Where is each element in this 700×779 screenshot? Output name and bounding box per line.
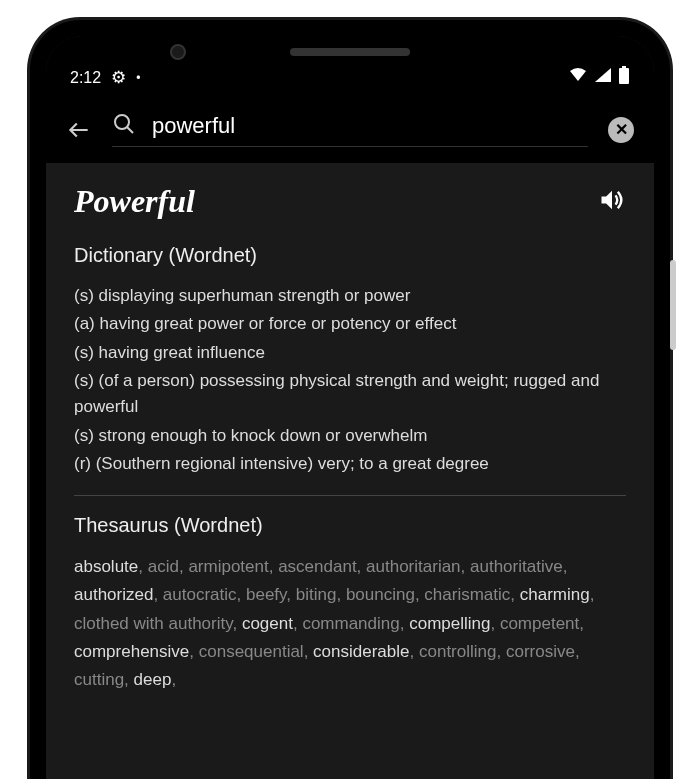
svg-rect-1 [619,68,629,84]
separator: , [510,585,519,604]
wifi-icon [568,67,588,87]
thesaurus-word[interactable]: consequential [199,642,304,661]
definition-item: (s) displaying superhuman strength or po… [74,283,626,309]
signal-icon [594,67,612,87]
separator: , [590,585,595,604]
thesaurus-list: absolute, acid, armipotent, ascendant, a… [74,553,626,693]
separator: , [496,642,505,661]
status-dot: • [136,71,140,85]
svg-point-2 [115,115,129,129]
thesaurus-heading: Thesaurus (Wordnet) [74,514,626,537]
thesaurus-word[interactable]: absolute [74,557,138,576]
search-input-wrap [112,112,588,147]
thesaurus-word[interactable]: controlling [419,642,497,661]
separator: , [237,585,246,604]
separator: , [461,557,470,576]
thesaurus-word[interactable]: beefy [246,585,286,604]
thesaurus-word[interactable]: clothed with authority [74,614,232,633]
separator: , [153,585,162,604]
content-area: Powerful Dictionary (Wordnet) (s) displa… [46,163,654,714]
search-bar: ✕ [46,96,654,163]
gear-icon: ⚙ [111,67,126,88]
status-right [568,66,630,88]
status-left: 2:12 ⚙ • [70,67,140,88]
separator: , [293,614,302,633]
title-row: Powerful [74,183,626,220]
phone-frame: 2:12 ⚙ • [30,20,670,779]
thesaurus-word[interactable]: authorized [74,585,153,604]
back-button[interactable] [66,117,92,143]
divider [74,495,626,496]
status-bar: 2:12 ⚙ • [46,36,654,96]
phone-speaker-notch [290,48,410,56]
thesaurus-word[interactable]: corrosive [506,642,575,661]
word-title: Powerful [74,183,195,220]
thesaurus-word[interactable]: comprehensive [74,642,189,661]
thesaurus-word[interactable]: cutting [74,670,124,689]
thesaurus-word[interactable]: competent [500,614,579,633]
separator: , [579,614,584,633]
clear-button[interactable]: ✕ [608,117,634,143]
thesaurus-word[interactable]: bouncing [346,585,415,604]
thesaurus-word[interactable]: commanding [302,614,399,633]
separator: , [357,557,366,576]
thesaurus-word[interactable]: biting [296,585,337,604]
thesaurus-word[interactable]: charismatic [424,585,510,604]
status-time: 2:12 [70,69,101,87]
separator: , [575,642,580,661]
separator: , [138,557,147,576]
definition-item: (a) having great power or force or poten… [74,311,626,337]
separator: , [189,642,198,661]
separator: , [179,557,188,576]
thesaurus-word[interactable]: authoritarian [366,557,461,576]
thesaurus-word[interactable]: ascendant [278,557,356,576]
separator: , [124,670,133,689]
separator: , [410,642,419,661]
separator: , [304,642,313,661]
thesaurus-word[interactable]: compelling [409,614,490,633]
separator: , [400,614,409,633]
phone-screen: 2:12 ⚙ • [46,36,654,779]
separator: , [232,614,241,633]
thesaurus-word[interactable]: armipotent [188,557,268,576]
thesaurus-word[interactable]: cogent [242,614,293,633]
separator: , [336,585,345,604]
separator: , [286,585,295,604]
svg-rect-0 [622,66,626,68]
thesaurus-word[interactable]: deep [134,670,172,689]
thesaurus-word[interactable]: authoritative [470,557,563,576]
speaker-button[interactable] [598,186,626,218]
separator: , [490,614,499,633]
definition-item: (s) (of a person) possessing physical st… [74,368,626,421]
svg-line-3 [127,127,133,133]
separator: , [415,585,424,604]
dictionary-heading: Dictionary (Wordnet) [74,244,626,267]
separator: , [563,557,568,576]
thesaurus-word[interactable]: considerable [313,642,409,661]
definition-item: (s) having great influence [74,340,626,366]
thesaurus-word[interactable]: autocratic [163,585,237,604]
phone-camera [170,44,186,60]
separator: , [269,557,278,576]
search-input[interactable] [152,113,588,139]
battery-icon [618,66,630,88]
close-icon: ✕ [615,120,628,139]
thesaurus-word[interactable]: acid [148,557,179,576]
definition-item: (r) (Southern regional intensive) very; … [74,451,626,477]
search-icon [112,112,136,140]
thesaurus-word[interactable]: charming [520,585,590,604]
definition-item: (s) strong enough to knock down or overw… [74,423,626,449]
definition-list: (s) displaying superhuman strength or po… [74,283,626,477]
phone-side-button [670,260,676,350]
